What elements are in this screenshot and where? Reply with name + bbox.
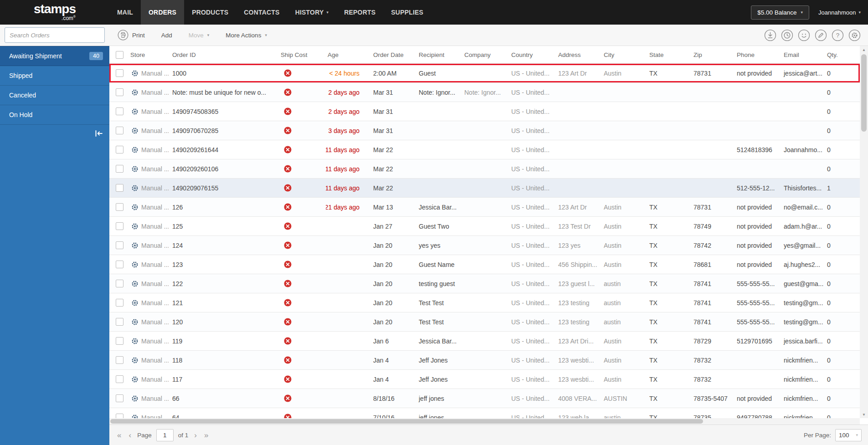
row-checkbox[interactable]: [116, 280, 123, 287]
column-header-qty[interactable]: Qty.: [825, 46, 860, 63]
nav-mail[interactable]: MAIL: [109, 0, 141, 25]
nav-supplies[interactable]: SUPPLIES: [383, 0, 431, 25]
order-row[interactable]: Manual ... 118 Jan 4 Jeff Jones US - Uni…: [109, 351, 860, 370]
order-row[interactable]: Manual ... 123 Jan 20 Guest Name US - Un…: [109, 255, 860, 274]
row-checkbox[interactable]: [116, 203, 123, 211]
sidebar-item-canceled[interactable]: Canceled: [0, 86, 109, 105]
row-checkbox[interactable]: [116, 394, 123, 402]
search-orders-input[interactable]: [5, 27, 105, 43]
order-row[interactable]: Manual ... 1490970670285 3 days ago Mar …: [109, 121, 860, 140]
address-cell: 123 Art Dr: [556, 198, 602, 216]
state-cell: TX: [647, 293, 692, 312]
horizontal-scrollbar[interactable]: [109, 418, 860, 425]
order-row[interactable]: Manual ... 1490209076155 11 days ago Mar…: [109, 179, 860, 198]
column-header-company[interactable]: Company: [462, 46, 509, 63]
order-row[interactable]: Manual ... 121 Jan 20 Test Test US - Uni…: [109, 293, 860, 312]
order-row[interactable]: Manual ... 119 Jan 6 Jessica Bar... US -…: [109, 332, 860, 351]
row-checkbox[interactable]: [116, 146, 123, 153]
row-checkbox[interactable]: [116, 318, 123, 326]
vertical-scrollbar-thumb[interactable]: [861, 54, 867, 132]
scroll-down-arrow[interactable]: ▼: [860, 411, 868, 418]
column-header-age[interactable]: Age: [326, 46, 371, 63]
order-row[interactable]: Manual ... 120 Jan 20 Test Test US - Uni…: [109, 312, 860, 332]
move-button[interactable]: Move▾: [180, 25, 218, 46]
email-cell: nickmfrien...: [782, 408, 825, 418]
prev-page-button[interactable]: ‹: [127, 431, 133, 439]
last-page-button[interactable]: »: [203, 431, 210, 439]
row-checkbox[interactable]: [116, 261, 123, 268]
user-menu[interactable]: Joannahmoon ▾: [818, 9, 861, 16]
chevron-down-icon: ▾: [856, 433, 858, 437]
order-row[interactable]: Manual ... 1490974508365 2 days ago Mar …: [109, 102, 860, 121]
company-cell: [462, 255, 509, 274]
column-header-country[interactable]: Country: [509, 46, 556, 63]
add-button[interactable]: Add: [153, 25, 180, 46]
row-checkbox[interactable]: [116, 127, 123, 134]
order-row[interactable]: Manual ... 122 Jan 20 testing guest US -…: [109, 274, 860, 293]
row-checkbox[interactable]: [116, 337, 123, 345]
stamps-logo[interactable]: stamps .com®: [0, 0, 109, 25]
column-header-email[interactable]: Email: [782, 46, 825, 63]
help-icon[interactable]: ?: [832, 29, 844, 41]
scroll-up-arrow[interactable]: ▲: [860, 46, 868, 53]
nav-orders[interactable]: ORDERS: [141, 0, 184, 25]
column-header-phone[interactable]: Phone: [735, 46, 782, 63]
order-row[interactable]: Manual ... 1490209260106 11 days ago Mar…: [109, 159, 860, 179]
row-checkbox[interactable]: [116, 165, 123, 173]
column-header-store[interactable]: Store: [128, 46, 170, 63]
row-checkbox[interactable]: [116, 222, 123, 230]
column-header-zip[interactable]: Zip: [692, 46, 735, 63]
next-page-button[interactable]: ›: [193, 431, 198, 439]
collapse-sidebar-icon[interactable]: [94, 130, 103, 137]
reprint-history-icon[interactable]: [781, 29, 793, 41]
select-all-checkbox[interactable]: [116, 51, 123, 59]
print-button[interactable]: Print: [115, 25, 153, 46]
row-checkbox[interactable]: [116, 356, 123, 364]
settings-icon[interactable]: [848, 29, 861, 41]
order-row[interactable]: Manual ... 126 21 days ago Mar 13 Jessic…: [109, 198, 860, 217]
order-row[interactable]: Manual ... 117 Jan 4 Jeff Jones US - Uni…: [109, 370, 860, 389]
row-checkbox[interactable]: [116, 414, 123, 418]
horizontal-scrollbar-thumb[interactable]: [110, 419, 703, 424]
nav-products[interactable]: PRODUCTS: [184, 0, 236, 25]
column-header-ship-cost[interactable]: Ship Cost: [279, 46, 326, 63]
nav-contacts[interactable]: CONTACTS: [236, 0, 287, 25]
order-row[interactable]: Manual ... Note: must be unique for new …: [109, 83, 860, 102]
row-checkbox[interactable]: [116, 88, 123, 96]
page-number-input[interactable]: [156, 429, 174, 441]
order-row[interactable]: Manual ... 66 8/18/16 jeff jones US - Un…: [109, 389, 860, 408]
more-actions-button[interactable]: More Actions▾: [217, 25, 275, 46]
column-header-city[interactable]: City: [602, 46, 647, 63]
row-checkbox[interactable]: [116, 299, 123, 307]
column-header-recipient[interactable]: Recipient: [417, 46, 462, 63]
order-row[interactable]: Manual ... 1490209261644 11 days ago Mar…: [109, 140, 860, 159]
order-id-cell: 125: [170, 217, 279, 235]
balance-button[interactable]: $5.00 Balance ▾: [751, 5, 809, 20]
sidebar-item-awaiting-shipment[interactable]: Awaiting Shipment 40: [0, 46, 109, 66]
edit-icon[interactable]: [815, 29, 827, 41]
column-header-order-date[interactable]: Order Date: [371, 46, 417, 63]
column-header-state[interactable]: State: [647, 46, 692, 63]
per-page-select[interactable]: 100 ▾: [835, 429, 862, 441]
manual-store-gear-icon: [131, 89, 139, 96]
nav-history[interactable]: HISTORY▾: [288, 0, 337, 25]
row-checkbox[interactable]: [116, 184, 123, 192]
row-checkbox[interactable]: [116, 107, 123, 115]
order-row[interactable]: Manual ... 1000 < 24 hours 2:00 AM Guest…: [109, 64, 860, 83]
nav-reports[interactable]: REPORTS: [336, 0, 383, 25]
order-row[interactable]: Manual ... 125 Jan 27 Guest Two US - Uni…: [109, 217, 860, 236]
row-checkbox[interactable]: [116, 241, 123, 249]
first-page-button[interactable]: «: [116, 431, 123, 439]
row-checkbox[interactable]: [116, 69, 123, 77]
print-queue-icon[interactable]: [764, 29, 776, 41]
column-header-order-id[interactable]: Order ID: [170, 46, 279, 63]
row-checkbox[interactable]: [116, 375, 123, 383]
sidebar-item-on-hold[interactable]: On Hold: [0, 105, 109, 125]
order-row[interactable]: Manual ... 124 Jan 20 yes yes US - Unite…: [109, 236, 860, 255]
vertical-scrollbar[interactable]: ▲ ▼: [860, 46, 868, 418]
order-id-cell: 124: [170, 236, 279, 255]
order-row[interactable]: Manual ... 64 7/10/16 jeff jones US - Un…: [109, 408, 860, 418]
sidebar-item-shipped[interactable]: Shipped: [0, 66, 109, 86]
column-header-address[interactable]: Address: [556, 46, 602, 63]
feedback-icon[interactable]: [798, 29, 810, 41]
